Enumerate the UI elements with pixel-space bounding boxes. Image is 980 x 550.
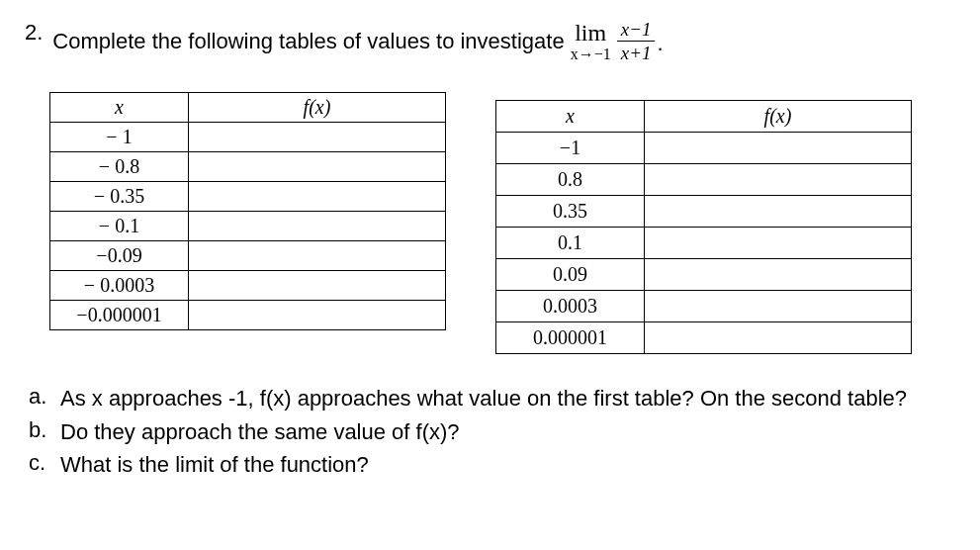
table1-cell-x: −0.09 [50, 241, 189, 271]
table-row: − 0.35 [50, 182, 446, 212]
subquestion-a: a. As x approaches -1, f(x) approaches w… [29, 384, 955, 413]
table-row: 0.35 [496, 196, 912, 228]
table2-cell-fx[interactable] [645, 228, 912, 259]
table-row: − 1 [50, 123, 446, 152]
table2-cell-fx[interactable] [645, 133, 912, 164]
subq-letter: a. [29, 384, 48, 410]
question-text-before: Complete the following tables of values … [52, 29, 564, 54]
question-period: . [657, 31, 663, 56]
limit-operator: lim x→−1 [571, 21, 611, 62]
subquestion-b: b. Do they approach the same value of f(… [29, 417, 955, 447]
fraction-denominator: x+1 [617, 42, 656, 62]
table-2-wrapper: x f(x) −1 0.8 0.35 0.1 0.09 0.0003 0.000… [495, 100, 912, 354]
table1-cell-x: − 0.0003 [50, 271, 189, 301]
table-row: 0.000001 [496, 322, 912, 354]
table1-cell-x: −0.000001 [50, 301, 189, 330]
table2-cell-x: −1 [496, 133, 645, 164]
question-text: Complete the following tables of values … [52, 20, 663, 62]
table-1: x f(x) − 1 − 0.8 − 0.35 − 0.1 −0.09 − 0.… [49, 92, 446, 330]
table1-header-fx: f(x) [189, 93, 446, 123]
table-row: 0.8 [496, 164, 912, 196]
subq-text: Do they approach the same value of f(x)? [60, 417, 460, 447]
subq-text: As x approaches -1, f(x) approaches what… [60, 384, 907, 413]
table2-cell-x: 0.1 [496, 228, 645, 259]
table2-cell-fx[interactable] [645, 164, 912, 196]
subquestion-c: c. What is the limit of the function? [29, 450, 955, 480]
tables-container: x f(x) − 1 − 0.8 − 0.35 − 0.1 −0.09 − 0.… [49, 92, 955, 354]
table-row: x f(x) [50, 93, 446, 123]
subq-letter: c. [29, 450, 48, 476]
table2-cell-x: 0.35 [496, 196, 645, 228]
table-row: 0.0003 [496, 291, 912, 322]
table-row: − 0.1 [50, 212, 446, 241]
table1-cell-x: − 0.35 [50, 182, 189, 212]
table2-header-fx: f(x) [645, 101, 912, 133]
table1-cell-fx[interactable] [189, 271, 446, 301]
table1-cell-fx[interactable] [189, 241, 446, 271]
table1-cell-fx[interactable] [189, 301, 446, 330]
table2-cell-fx[interactable] [645, 259, 912, 291]
table-row: 0.09 [496, 259, 912, 291]
table-row: −0.09 [50, 241, 446, 271]
table-row: 0.1 [496, 228, 912, 259]
lim-label: lim [575, 21, 606, 45]
table1-header-x: x [50, 93, 189, 123]
table1-cell-fx[interactable] [189, 182, 446, 212]
table-row: −1 [496, 133, 912, 164]
question-prompt: 2. Complete the following tables of valu… [25, 20, 955, 62]
subq-letter: b. [29, 417, 48, 443]
table1-cell-x: − 0.8 [50, 152, 189, 182]
lim-approach: x→−1 [571, 46, 611, 62]
table2-cell-x: 0.09 [496, 259, 645, 291]
table2-cell-x: 0.8 [496, 164, 645, 196]
question-number: 2. [25, 20, 43, 46]
limit-expression: lim x→−1 x−1 x+1 [571, 20, 656, 62]
table-row: − 0.8 [50, 152, 446, 182]
table2-cell-fx[interactable] [645, 196, 912, 228]
table2-header-x: x [496, 101, 645, 133]
fraction-numerator: x−1 [617, 20, 656, 42]
limit-fraction: x−1 x+1 [617, 20, 656, 62]
table1-cell-fx[interactable] [189, 123, 446, 152]
subq-text: What is the limit of the function? [60, 450, 369, 480]
subquestions: a. As x approaches -1, f(x) approaches w… [29, 384, 955, 480]
table2-cell-fx[interactable] [645, 322, 912, 354]
table2-cell-x: 0.0003 [496, 291, 645, 322]
table-row: x f(x) [496, 101, 912, 133]
table1-cell-x: − 0.1 [50, 212, 189, 241]
table1-cell-fx[interactable] [189, 212, 446, 241]
table2-cell-x: 0.000001 [496, 322, 645, 354]
table-row: − 0.0003 [50, 271, 446, 301]
table-2: x f(x) −1 0.8 0.35 0.1 0.09 0.0003 0.000… [495, 100, 912, 354]
table-row: −0.000001 [50, 301, 446, 330]
table1-cell-x: − 1 [50, 123, 189, 152]
table2-cell-fx[interactable] [645, 291, 912, 322]
table1-cell-fx[interactable] [189, 152, 446, 182]
